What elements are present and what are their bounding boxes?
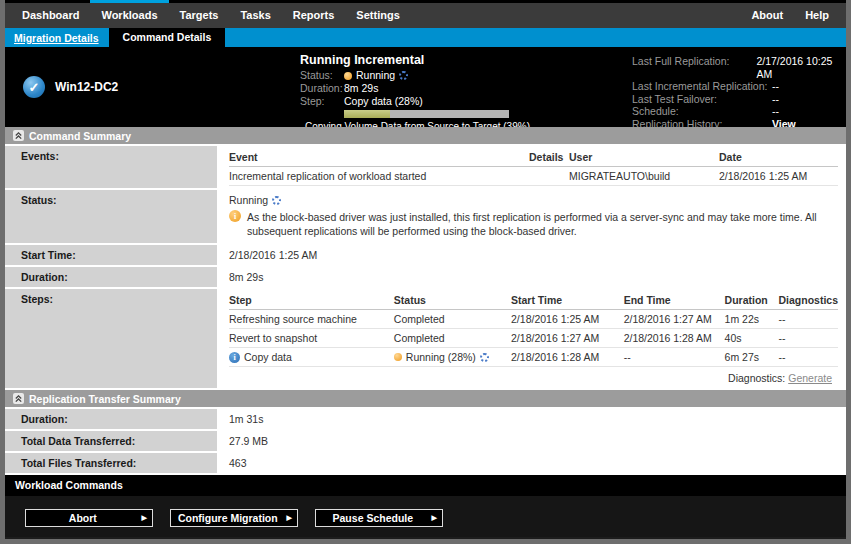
event-row: Incremental replication of workload star… [229, 167, 838, 186]
last-full-replication-value: 2/17/2016 10:25 AM [756, 55, 840, 80]
status-note-text: As the block-based driver was just insta… [247, 210, 838, 238]
schedule-label: Schedule: [632, 105, 772, 118]
step-value: Copy data (28%) [344, 95, 423, 108]
nav-item-help[interactable]: Help [794, 3, 840, 28]
transfer-summary-title: Replication Transfer Summary [29, 393, 181, 405]
step-diagnostics: -- [778, 348, 838, 367]
configure-migration-button-label: Configure Migration [171, 512, 285, 524]
transfer-duration-value: 1m 31s [217, 409, 846, 429]
step-diagnostics: -- [778, 329, 838, 348]
nav-item-settings[interactable]: Settings [345, 3, 410, 28]
running-dot-icon [394, 353, 402, 361]
step-name: Copy data [244, 351, 292, 363]
workload-commands-bar: Workload Commands [5, 475, 846, 496]
steps-col-status: Status [394, 291, 511, 310]
workload-check-icon: ✓ [23, 76, 45, 98]
nav-item-reports[interactable]: Reports [282, 3, 346, 28]
step-duration: 40s [725, 329, 779, 348]
nav-item-dashboard[interactable]: Dashboard [11, 3, 90, 28]
tab-migration-details[interactable]: Migration Details [14, 32, 99, 44]
last-incremental-replication-value: -- [772, 80, 779, 93]
step-start: 2/18/2016 1:25 AM [511, 310, 624, 329]
command-summary-section-bar: Command Summary [5, 127, 846, 144]
duration-row: Duration: 8m 29s [5, 267, 846, 287]
last-full-replication-label: Last Full Replication: [632, 55, 756, 80]
step-row-revert: Revert to snapshot Completed 2/18/2016 1… [229, 329, 838, 348]
transfer-duration-row: Duration: 1m 31s [5, 409, 846, 429]
events-col-user: User [569, 148, 719, 167]
header-spacer [537, 47, 632, 127]
arrow-right-icon: ▶ [430, 514, 442, 522]
workload-identity: ✓ Win12-DC2 [5, 47, 300, 127]
status-row-label: Status: [5, 190, 217, 243]
progress-bar-fill [344, 110, 390, 118]
nav-item-about[interactable]: About [740, 3, 794, 28]
collapse-icon[interactable] [13, 130, 24, 141]
abort-button-label: Abort [26, 512, 140, 524]
events-col-date: Date [719, 148, 838, 167]
steps-col-end: End Time [624, 291, 725, 310]
step-status: Completed [394, 310, 511, 329]
step-end: 2/18/2016 1:28 AM [624, 329, 725, 348]
spinner-icon [399, 71, 408, 80]
total-files-value: 463 [217, 453, 846, 473]
workload-name: Win12-DC2 [55, 80, 118, 94]
total-files-row: Total Files Transferred: 463 [5, 453, 846, 473]
steps-col-start: Start Time [511, 291, 624, 310]
progress-bar [344, 110, 509, 118]
total-files-label: Total Files Transferred: [5, 453, 217, 473]
generate-diagnostics-link[interactable]: Generate [788, 372, 832, 384]
events-table: Event Details User Date Incremental repl… [229, 148, 838, 186]
step-name: Revert to snapshot [229, 329, 394, 348]
transfer-summary-content: Duration: 1m 31s Total Data Transferred:… [5, 407, 846, 475]
step-name: Refreshing source machine [229, 310, 394, 329]
abort-button[interactable]: Abort ▶ [25, 509, 153, 527]
duration-label: Duration: [300, 82, 344, 95]
step-label: Step: [300, 95, 344, 108]
steps-col-duration: Duration [725, 291, 779, 310]
spinner-icon [480, 353, 489, 362]
nav-item-workloads[interactable]: Workloads [90, 3, 168, 28]
app-window: Dashboard Workloads Targets Tasks Report… [0, 0, 851, 544]
warn-glyph: i [234, 212, 236, 221]
operation-title: Running Incremental [300, 53, 537, 67]
nav-item-targets[interactable]: Targets [169, 3, 230, 28]
running-dot-icon [344, 72, 352, 80]
pause-schedule-button-label: Pause Schedule [316, 512, 430, 524]
diagnostics-line: Diagnostics: Generate [229, 367, 838, 386]
step-status: Completed [394, 329, 511, 348]
step-end: -- [624, 348, 725, 367]
info-glyph: i [233, 353, 235, 362]
collapse-icon[interactable] [13, 393, 24, 404]
step-row-refresh: Refreshing source machine Completed 2/18… [229, 310, 838, 329]
tab-command-details[interactable]: Command Details [109, 28, 226, 47]
operation-status-panel: Running Incremental Status: Running Dura… [300, 47, 537, 127]
start-time-label: Start Time: [5, 245, 217, 265]
step-start: 2/18/2016 1:27 AM [511, 329, 624, 348]
spinner-icon [272, 196, 281, 205]
transfer-summary-section-bar: Replication Transfer Summary [5, 390, 846, 407]
total-data-label: Total Data Transferred: [5, 431, 217, 451]
pause-schedule-button[interactable]: Pause Schedule ▶ [315, 509, 443, 527]
step-status: Running (28%) [406, 351, 476, 363]
configure-migration-button[interactable]: Configure Migration ▶ [170, 509, 298, 527]
command-summary-content: Events: Event Details User Date Incremen… [5, 144, 846, 390]
steps-table: Step Status Start Time End Time Duration… [229, 291, 838, 367]
workload-header: ✓ Win12-DC2 Running Incremental Status: … [5, 47, 846, 127]
replication-info-panel: Last Full Replication:2/17/2016 10:25 AM… [632, 47, 846, 127]
events-col-event: Event [229, 148, 529, 167]
status-note: i As the block-based driver was just ins… [229, 210, 838, 241]
event-date: 2/18/2016 1:25 AM [719, 167, 838, 186]
status-value: Running [356, 69, 395, 82]
command-status-value: Running [229, 194, 268, 206]
warning-icon: i [229, 210, 241, 222]
start-time-value: 2/18/2016 1:25 AM [217, 245, 846, 265]
status-label: Status: [300, 69, 344, 82]
step-end: 2/18/2016 1:27 AM [624, 310, 725, 329]
nav-item-tasks[interactable]: Tasks [229, 3, 281, 28]
total-data-row: Total Data Transferred: 27.9 MB [5, 431, 846, 451]
arrow-right-icon: ▶ [285, 514, 297, 522]
page-background-filler [5, 537, 846, 539]
top-nav: Dashboard Workloads Targets Tasks Report… [5, 0, 846, 28]
info-icon: i [229, 352, 240, 363]
